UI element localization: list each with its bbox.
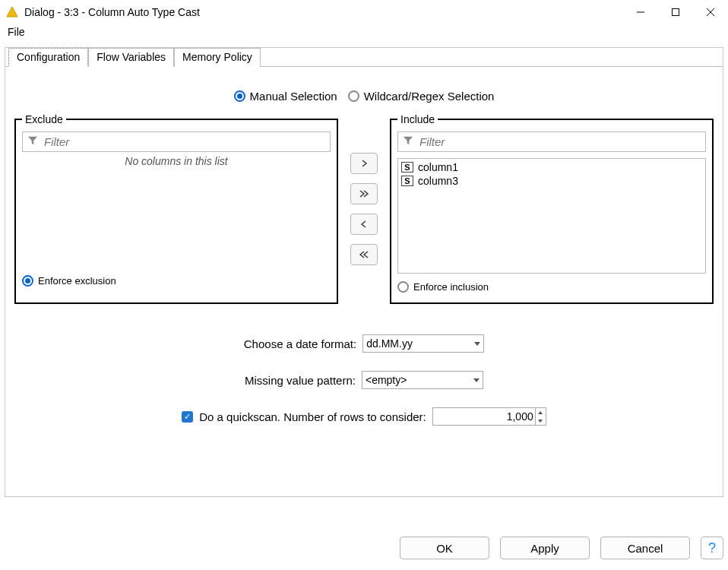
list-item-label: column3 [418,175,458,187]
move-all-right-button[interactable] [350,183,378,204]
quickscan-value: 1,000 [507,410,533,423]
tab-memory-policy[interactable]: Memory Policy [174,48,261,67]
enforce-inclusion-label: Enforce inclusion [413,281,489,293]
radio-enforce-exclusion[interactable]: Enforce exclusion [22,275,116,287]
date-format-value: dd.MM.yy [366,337,413,350]
close-button[interactable] [693,0,728,24]
spinner-down-button[interactable] [536,416,546,425]
move-all-left-button[interactable] [350,244,378,265]
spinner-up-button[interactable] [536,408,546,416]
maximize-button[interactable] [658,0,693,24]
include-filter-input[interactable] [418,135,701,149]
include-list[interactable]: Scolumn1 Scolumn3 [397,158,706,274]
quickscan-label: Do a quickscan. Number of rows to consid… [199,410,426,423]
tab-configuration[interactable]: Configuration [8,48,88,67]
help-button[interactable]: ? [701,537,723,559]
exclude-filter-input[interactable] [43,135,325,149]
missing-value-value: <empty> [366,374,407,386]
svg-marker-0 [7,7,17,17]
tab-flow-variables[interactable]: Flow Variables [88,48,174,67]
missing-value-combo[interactable]: <empty> [362,371,483,389]
chevron-down-icon [473,378,480,382]
menubar: File [0,24,728,43]
exclude-empty-text: No columns in this list [22,152,331,167]
quickscan-checkbox[interactable]: ✓ [182,411,193,423]
missing-value-label: Missing value pattern: [245,374,356,387]
date-format-label: Choose a date format: [244,337,356,350]
list-item-label: column1 [418,161,458,173]
radio-wildcard-label: Wildcard/Regex Selection [364,90,495,103]
minimize-button[interactable] [623,0,658,24]
window-title: Dialog - 3:3 - Column Auto Type Cast [24,6,623,18]
move-left-button[interactable] [350,214,378,235]
svg-rect-2 [673,9,679,16]
cancel-button[interactable]: Cancel [600,537,690,559]
list-item[interactable]: Scolumn3 [400,174,704,188]
move-right-button[interactable] [350,153,378,174]
enforce-exclusion-label: Enforce exclusion [38,275,116,287]
exclude-pane: Exclude No columns in this list Enforce … [14,113,338,304]
filter-icon [403,135,413,148]
type-string-icon: S [401,162,413,173]
include-legend: Include [397,113,438,125]
apply-button[interactable]: Apply [500,537,590,559]
filter-icon [27,135,38,148]
ok-button[interactable]: OK [400,537,489,559]
date-format-combo[interactable]: dd.MM.yy [362,334,484,353]
include-pane: Include Scolumn1 Scolumn3 Enforce inclus… [390,113,714,304]
radio-enforce-inclusion[interactable]: Enforce inclusion [397,281,489,293]
list-item[interactable]: Scolumn1 [400,160,704,174]
chevron-down-icon [474,342,480,346]
radio-wildcard-selection[interactable]: Wildcard/Regex Selection [348,90,495,103]
app-icon [6,6,18,18]
radio-manual-selection[interactable]: Manual Selection [234,90,337,103]
svg-marker-5 [28,137,37,145]
type-string-icon: S [401,176,413,186]
quickscan-rows-input[interactable]: 1,000 [432,407,546,426]
exclude-legend: Exclude [22,113,66,125]
radio-manual-label: Manual Selection [250,90,337,103]
svg-marker-6 [404,137,413,145]
menu-file[interactable]: File [5,24,28,40]
